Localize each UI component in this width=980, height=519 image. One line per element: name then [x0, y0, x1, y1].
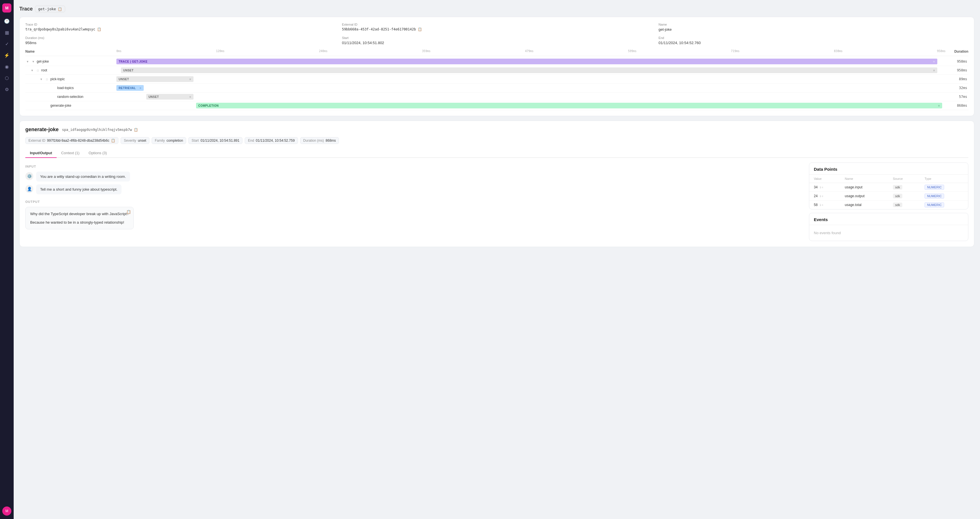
span-bar-root[interactable]: UNSET ≡: [121, 67, 937, 73]
page-title-row: Trace get-joke 📋: [19, 6, 974, 12]
span-meta-badges: External ID 997f1fdd-9aa2-4f6b-8248-dba2…: [25, 137, 968, 144]
expand-get-joke[interactable]: ▼: [25, 59, 30, 64]
tab-context[interactable]: Context (1): [57, 148, 84, 158]
trace-row-generate-joke[interactable]: generate-joke COMPLETION ≡ 868ms: [25, 101, 968, 110]
expand-root[interactable]: ▼: [30, 68, 35, 73]
trace-bar-get-joke: TRACE | GET-JOKE ≡: [116, 57, 945, 66]
trace-row-random-selection[interactable]: random-selection UNSET ≡ 57ms: [25, 92, 968, 101]
span-detail-panel: generate-joke spa_idfaogqp9zn9glhiklfnqj…: [19, 121, 974, 247]
events-card: Events No events found: [809, 213, 968, 241]
events-title: Events: [809, 213, 968, 225]
trace-bar-generate-joke: COMPLETION ≡: [116, 101, 945, 110]
span-id-copy-icon[interactable]: 📋: [134, 128, 138, 132]
trace-name-pick-topic: ▼ □ pick-topic: [25, 76, 116, 83]
trace-name-random-selection: random-selection: [25, 94, 116, 100]
chat-row-system: ⚙️ You are a witty stand-up comedian in …: [25, 172, 803, 181]
system-icon: ⚙️: [25, 172, 33, 180]
span-bar-load-topics[interactable]: RETRIEVAL ≡: [116, 85, 144, 91]
trace-name-field: Name get-joke: [659, 23, 968, 32]
span-title-row: generate-joke spa_idfaogqp9zn9glhiklfnqj…: [25, 127, 968, 132]
col-source: Source: [888, 175, 920, 183]
sidebar-item-lightning[interactable]: ⚡: [2, 50, 12, 60]
trace-bar-root: UNSET ≡: [121, 66, 945, 75]
sidebar-item-check[interactable]: ✓: [2, 39, 12, 49]
trace-bar-random-selection: UNSET ≡: [116, 92, 945, 101]
output-area: Why did the TypeScript developer break u…: [25, 207, 134, 229]
data-table-header-row: Value Name Source Type: [809, 175, 968, 183]
sidebar: M 🕐 ▦ ✓ ⚡ ◉ ⬡ ⚙ M: [0, 0, 14, 519]
tab-input-output[interactable]: Input/Output: [25, 148, 57, 158]
table-row: 24 ℹ ≡ usage.output sdk NUMERIC: [809, 192, 968, 201]
trace-name-get-joke: ▼ ▼ get-joke: [25, 58, 116, 65]
badge-end: End 01/11/2024, 10:54:52.759: [245, 137, 298, 144]
trace-end-field: End 01/11/2024, 10:54:52.760: [659, 36, 968, 45]
trace-id-field: Trace ID tra_qrdpobqwy8s2pabi6vu4an2lwmq…: [25, 23, 335, 32]
badge-start: Start 01/11/2024, 10:54:51.891: [188, 137, 242, 144]
span-tabs: Input/Output Context (1) Options (3): [25, 148, 968, 158]
chat-row-user: 👤 Tell me a short and funny joke about t…: [25, 185, 803, 194]
trace-row-root[interactable]: ▼ □ root UNSET ≡ 958ms: [25, 66, 968, 75]
trace-metadata-grid: Trace ID tra_qrdpobqwy8s2pabi6vu4an2lwmq…: [25, 23, 968, 45]
col-type: Type: [920, 175, 968, 183]
sidebar-item-hexagon[interactable]: ⬡: [2, 73, 12, 83]
collapse-get-joke[interactable]: ▼: [31, 59, 35, 64]
trace-name-copy-icon[interactable]: 📋: [58, 7, 62, 11]
span-bar-pick-topic[interactable]: UNSET ≡: [116, 76, 194, 82]
span-id-badge: spa_idfaogqp9zn9glhiklfnqjv5mspb7w 📋: [62, 128, 138, 132]
avatar[interactable]: M: [2, 506, 11, 516]
tab-options[interactable]: Options (3): [84, 148, 111, 158]
data-points-table: Value Name Source Type 34 ℹ ≡ usage.inpu…: [809, 175, 968, 209]
sidebar-item-settings[interactable]: ⚙: [2, 84, 12, 94]
trace-bar-load-topics: RETRIEVAL ≡: [116, 84, 945, 92]
input-label: INPUT: [25, 165, 803, 168]
trace-id-copy-icon[interactable]: 📋: [97, 27, 101, 31]
io-panel: INPUT ⚙️ You are a witty stand-up comedi…: [25, 162, 803, 241]
trace-row-load-topics[interactable]: load-topics RETRIEVAL ≡ 32ms: [25, 84, 968, 92]
events-empty-text: No events found: [809, 225, 968, 241]
system-message: You are a witty stand-up comedian in a w…: [36, 172, 130, 181]
chat-messages: ⚙️ You are a witty stand-up comedian in …: [25, 172, 803, 194]
badge-family: Family completion: [152, 137, 186, 144]
output-copy-button[interactable]: 📋: [126, 210, 131, 214]
trace-row-get-joke[interactable]: ▼ ▼ get-joke TRACE | GET-JOKE ≡ 958ms: [25, 57, 968, 66]
badge-external-id: External ID 997f1fdd-9aa2-4f6b-8248-dba2…: [25, 137, 118, 144]
trace-name-generate-joke: generate-joke: [25, 102, 116, 109]
timeline-name-col-header: Name: [25, 49, 116, 54]
output-card: Why did the TypeScript developer break u…: [25, 207, 134, 229]
span-bar-get-joke[interactable]: TRACE | GET-JOKE ≡: [116, 59, 937, 64]
timeline-bar-col-header: 0ms 120ms 240ms 359ms 479ms 599ms 719ms …: [116, 49, 945, 54]
col-value: Value: [809, 175, 840, 183]
trace-name-badge: get-joke 📋: [35, 6, 65, 12]
timeline-header: Name 0ms 120ms 240ms 359ms 479ms 599ms 7…: [25, 49, 968, 56]
sidebar-item-circle[interactable]: ◉: [2, 62, 12, 72]
badge-severity: Severity unset: [121, 137, 150, 144]
external-id-field: External ID 59bb668a-453f-42ad-8251-f4e6…: [342, 23, 652, 32]
trace-bar-pick-topic: UNSET ≡: [116, 75, 945, 83]
trace-row-pick-topic[interactable]: ▼ □ pick-topic UNSET ≡ 89ms: [25, 75, 968, 84]
sidebar-item-history[interactable]: 🕐: [2, 16, 12, 26]
data-points-title: Data Points: [809, 163, 968, 175]
trace-name-root: ▼ □ root: [30, 67, 121, 74]
content-split: INPUT ⚙️ You are a witty stand-up comedi…: [25, 162, 968, 241]
main-content: Trace get-joke 📋 Trace ID tra_qrdpobqwy8…: [14, 0, 980, 519]
external-id-copy-icon[interactable]: 📋: [418, 27, 422, 31]
trace-start-field: Start 01/11/2024, 10:54:51.802: [342, 36, 652, 45]
col-name: Name: [840, 175, 888, 183]
user-icon: 👤: [25, 185, 33, 193]
data-points-card: Data Points Value Name Source Type: [809, 162, 968, 209]
sidebar-logo[interactable]: M: [2, 3, 11, 13]
expand-pick-topic[interactable]: ▼: [39, 77, 43, 81]
output-label: OUTPUT: [25, 200, 803, 204]
trace-duration-field: Duration (ms) 958ms: [25, 36, 335, 45]
badge-external-id-copy[interactable]: 📋: [111, 139, 115, 143]
span-bar-generate-joke[interactable]: COMPLETION ≡: [196, 103, 942, 108]
span-title: generate-joke: [25, 127, 59, 132]
sidebar-item-grid[interactable]: ▦: [2, 27, 12, 38]
right-panel: Data Points Value Name Source Type: [809, 162, 968, 241]
user-message: Tell me a short and funny joke about typ…: [36, 185, 121, 194]
checkbox-root[interactable]: □: [35, 68, 40, 73]
trace-metadata-card: Trace ID tra_qrdpobqwy8s2pabi6vu4an2lwmq…: [19, 17, 974, 116]
span-bar-random-selection[interactable]: UNSET ≡: [146, 94, 194, 100]
checkbox-pick-topic[interactable]: □: [45, 77, 49, 81]
table-row: 58 ℹ ≡ usage.total sdk NUMERIC: [809, 201, 968, 209]
